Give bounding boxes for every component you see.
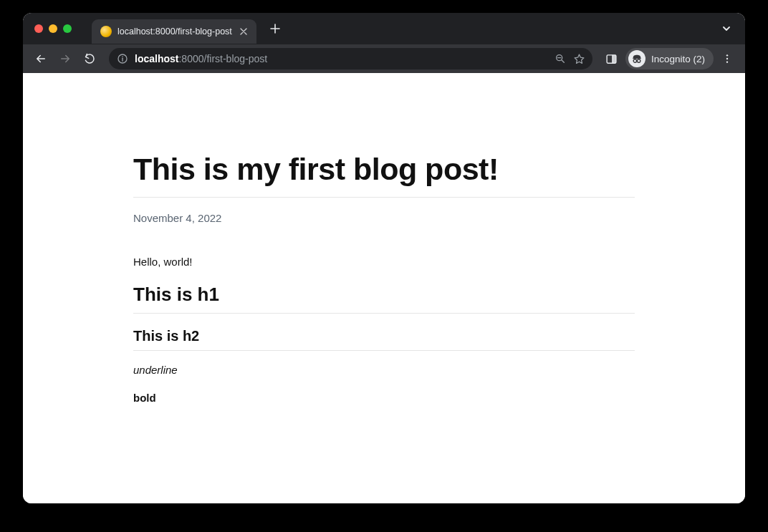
window-controls [34,24,72,33]
back-button[interactable] [30,48,52,69]
tab-strip: localhost:8000/first-blog-post [23,13,745,44]
incognito-icon [628,50,645,67]
forward-button[interactable] [54,48,76,69]
svg-point-7 [726,54,728,56]
post-date: November 4, 2022 [133,212,635,224]
post-title: This is my first blog post! [133,152,635,198]
zoom-icon[interactable] [555,53,566,64]
page-viewport[interactable]: This is my first blog post! November 4, … [23,73,745,503]
post-paragraph-hello: Hello, world! [133,256,635,268]
toolbar: localhost:8000/first-blog-post Incognito… [23,44,745,73]
reload-button[interactable] [79,48,100,69]
browser-tab[interactable]: localhost:8000/first-blog-post [92,19,256,44]
tab-close-button[interactable] [238,26,249,37]
url-text: localhost:8000/first-blog-post [135,53,549,64]
blog-post: This is my first blog post! November 4, … [119,73,649,432]
window-close-button[interactable] [34,24,43,33]
favicon-icon [100,26,112,37]
svg-point-6 [637,59,640,63]
post-heading-h2: This is h2 [133,328,635,351]
incognito-label: Incognito (2) [651,54,705,64]
window-minimize-button[interactable] [49,24,57,33]
browser-menu-button[interactable] [716,48,738,69]
post-italic-text: underline [133,364,635,376]
url-path: :8000/first-blog-post [178,53,267,64]
url-host: localhost [135,53,178,64]
svg-point-8 [726,58,728,59]
tabs-dropdown-button[interactable] [718,20,735,37]
svg-point-1 [122,57,123,58]
new-tab-button[interactable] [265,19,285,39]
bookmark-star-icon[interactable] [573,53,585,65]
svg-point-5 [633,59,637,63]
svg-rect-4 [613,54,616,62]
svg-point-9 [726,61,728,62]
browser-window: localhost:8000/first-blog-post [23,13,745,503]
post-bold-text: bold [133,392,635,404]
window-maximize-button[interactable] [63,24,72,33]
address-bar[interactable]: localhost:8000/first-blog-post [109,48,592,69]
site-info-icon[interactable] [116,52,129,65]
address-actions [555,53,585,65]
side-panel-button[interactable] [601,48,623,69]
post-heading-h1: This is h1 [133,284,635,314]
incognito-indicator[interactable]: Incognito (2) [625,48,714,69]
tab-title: localhost:8000/first-blog-post [117,26,232,37]
post-body: Hello, world! This is h1 This is h2 unde… [133,256,635,404]
